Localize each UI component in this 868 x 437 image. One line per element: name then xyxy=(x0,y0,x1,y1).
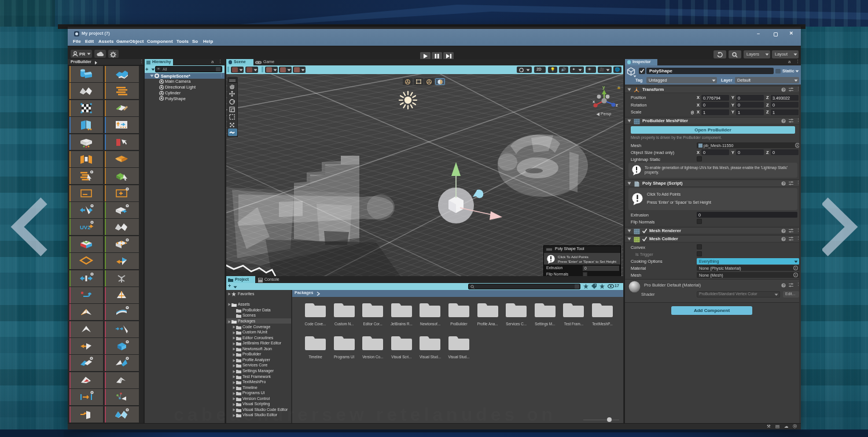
svg-text:?: ? xyxy=(782,119,785,123)
svg-text:?: ? xyxy=(782,237,785,241)
svg-text:?: ? xyxy=(782,88,785,91)
svg-text:z: z xyxy=(616,102,618,108)
svg-text:?: ? xyxy=(782,284,785,287)
svg-text:y: y xyxy=(602,85,605,90)
svg-text:?: ? xyxy=(782,182,785,185)
svg-text:UV2: UV2 xyxy=(80,224,90,230)
svg-text:?: ? xyxy=(782,229,785,233)
